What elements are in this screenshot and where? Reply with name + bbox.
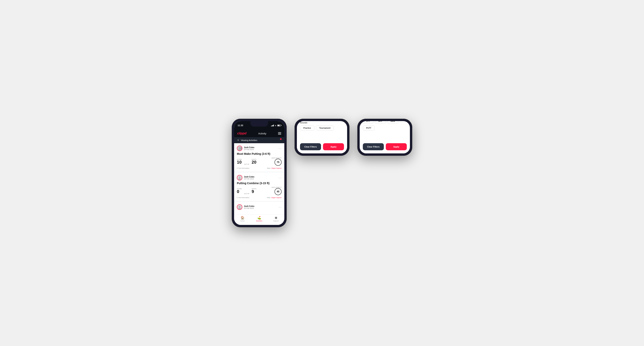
practice-round-btn-2[interactable]: Practice	[300, 125, 314, 131]
svg-point-1	[238, 149, 241, 151]
status-time-1: 11:33	[238, 124, 243, 127]
app-header-1: clippd Activity	[234, 130, 284, 137]
phone-1: 11:33 ▲ clippd Activity	[232, 119, 287, 227]
card-header-3: Josh Coles 28 Feb 2023 ···	[237, 204, 282, 210]
arg-btn-3[interactable]: ARG	[387, 121, 398, 124]
battery-fill-1	[278, 125, 280, 126]
user-date-1: 28 Feb 2023	[244, 149, 254, 151]
info-label-2: Test Information	[238, 197, 250, 198]
apply-btn-2[interactable]: Apply	[323, 143, 344, 150]
signal-bar-4	[273, 125, 274, 126]
notch-1	[250, 121, 268, 127]
shot-quality-badge-1: 75	[274, 159, 282, 166]
user-details-1: Josh Coles 28 Feb 2023	[244, 146, 254, 151]
score-value-2: 0	[237, 189, 242, 194]
hamburger-line-1	[278, 132, 281, 133]
logo-1: clippd	[237, 132, 246, 135]
card-footer-1: ℹ Test Information Data: Clippd Capture	[237, 167, 282, 169]
data-source-2: Data: Clippd Capture	[267, 197, 282, 198]
nav-capture-label-1: Capture	[273, 220, 279, 222]
activity-card-2[interactable]: Josh Coles 28 Feb 2023 ··· Putting Combi…	[234, 173, 284, 201]
test-info-2: ℹ Test Information	[237, 197, 250, 198]
tournament-btn-2[interactable]: Tournament	[316, 125, 334, 131]
signal-bar-2	[272, 125, 272, 126]
viewing-bar-1[interactable]: ⚙ Viewing Activities	[234, 137, 284, 143]
modal-footer-3: Clear Filters Apply	[363, 143, 407, 150]
modal-backdrop-2: Filter ✕ Show Rounds Practice Drills Rou…	[297, 121, 347, 154]
viewing-bar-text-1: Viewing Activities	[241, 139, 257, 142]
card-header-1: Josh Coles 28 Feb 2023 ···	[237, 146, 282, 151]
svg-point-3	[238, 178, 241, 180]
avatar-svg-1	[237, 146, 242, 151]
red-dot-1	[280, 138, 282, 140]
signal-bar-1	[271, 126, 272, 126]
hamburger-line-2	[278, 133, 281, 134]
bottom-nav-1: 🏠 Home ⛳ Activities ⊕ Capture	[234, 214, 284, 225]
username-3: Josh Coles	[244, 205, 254, 207]
signal-bars-1	[271, 125, 274, 126]
hamburger-line-3	[278, 134, 281, 135]
nav-activities-1[interactable]: ⛳ Activities	[251, 216, 268, 222]
more-dots-2[interactable]: ···	[279, 176, 282, 179]
info-icon-1: ℹ	[237, 167, 238, 169]
battery-1	[277, 125, 281, 126]
signal-bar-3	[272, 125, 273, 126]
avatar-1	[237, 146, 242, 151]
nav-activities-label-1: Activities	[256, 220, 262, 222]
out-of-2: OUT OF	[244, 193, 249, 195]
activity-card-1[interactable]: Josh Coles 28 Feb 2023 ··· Must Make Put…	[234, 143, 284, 172]
header-title-1: Activity	[258, 132, 266, 135]
rounds-section-label-2: Rounds	[300, 122, 344, 124]
user-info-1: Josh Coles 28 Feb 2023	[237, 146, 254, 151]
screenshot-container: 11:33 ▲ clippd Activity	[232, 119, 412, 227]
more-dots-3[interactable]: ···	[279, 205, 282, 209]
user-info-3: Josh Coles 28 Feb 2023	[237, 204, 254, 210]
capture-icon-1: ⊕	[275, 216, 277, 220]
nav-capture-1[interactable]: ⊕ Capture	[268, 216, 284, 222]
shots-value-2: 9	[252, 189, 256, 194]
user-details-3: Josh Coles 28 Feb 2023	[244, 205, 254, 209]
modal-footer-2: Clear Filters Apply	[300, 143, 344, 150]
more-dots-1[interactable]: ···	[279, 147, 282, 150]
stat-score-1: Score 10	[237, 159, 242, 164]
stats-row-1: Score 10 OUT OF Shots 20 Shot Quality 75	[237, 157, 282, 166]
username-1: Josh Coles	[244, 146, 254, 149]
nav-home-1[interactable]: 🏠 Home	[234, 216, 251, 222]
phone-1-screen: 11:33 ▲ clippd Activity	[234, 121, 284, 225]
avatar-2	[237, 175, 242, 180]
out-of-1: OUT OF	[244, 164, 249, 166]
shot-quality-label-2: Shot Quality	[272, 187, 282, 188]
info-label-1: Test Information	[238, 167, 250, 169]
practice-drills-buttons-3: OTT APP ARG PUTT	[363, 121, 407, 131]
username-2: Josh Coles	[244, 176, 254, 178]
shot-quality-value-1: 75	[277, 161, 279, 164]
ott-btn-3[interactable]: OTT	[363, 121, 374, 124]
clear-filters-btn-3[interactable]: Clear Filters	[363, 143, 384, 150]
test-info-1: ℹ Test Information	[237, 167, 250, 169]
filter-modal-2: Filter ✕ Show Rounds Practice Drills Rou…	[297, 121, 347, 154]
stat-shots-1: Shots 20	[252, 159, 256, 164]
app-btn-3[interactable]: APP	[375, 121, 386, 124]
clear-filters-btn-2[interactable]: Clear Filters	[300, 143, 321, 150]
svg-point-5	[238, 208, 241, 209]
card-footer-2: ℹ Test Information Data: Clippd Capture	[237, 197, 282, 198]
activity-card-3[interactable]: Josh Coles 28 Feb 2023 ···	[234, 202, 284, 213]
svg-point-0	[239, 147, 240, 149]
wifi-icon-1: ▲	[275, 124, 276, 126]
putt-btn-3[interactable]: PUTT	[363, 125, 374, 131]
user-info-2: Josh Coles 28 Feb 2023	[237, 175, 254, 180]
filter-icon-1: ⚙	[237, 139, 239, 142]
user-details-2: Josh Coles 28 Feb 2023	[244, 176, 254, 180]
filter-modal-3: Filter ✕ Show Rounds Practice Drills Pra…	[360, 121, 410, 154]
stat-score-2: Score 0	[237, 188, 242, 194]
clippd-brand-1: Clippd Capture	[271, 167, 282, 169]
phone-3-screen: 11:33 ▲ clippd Activity	[360, 121, 410, 154]
activities-icon-1: ⛳	[257, 216, 261, 220]
apply-btn-3[interactable]: Apply	[386, 143, 407, 150]
shot-quality-badge-2: 45	[274, 188, 282, 195]
avatar-inner-1	[237, 146, 242, 151]
hamburger-menu-1[interactable]	[278, 132, 281, 135]
score-value-1: 10	[237, 160, 242, 164]
status-bar-1: 11:33 ▲	[234, 121, 284, 130]
rounds-buttons-2: Practice Tournament	[300, 125, 344, 131]
